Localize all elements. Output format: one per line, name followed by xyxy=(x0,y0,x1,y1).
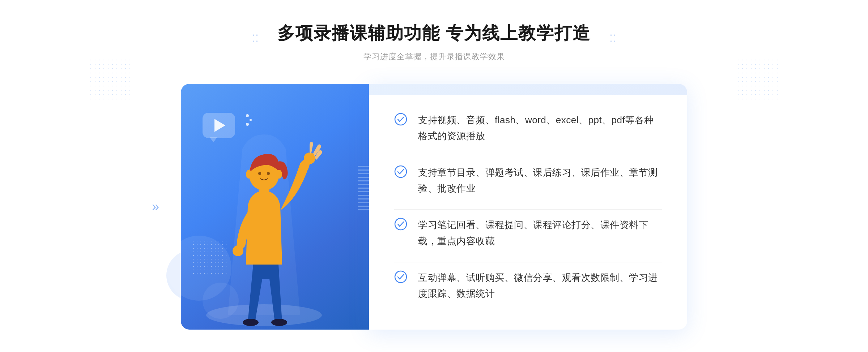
feature-text-2: 支持章节目录、弹题考试、课后练习、课后作业、章节测验、批改作业 xyxy=(418,164,662,196)
feature-text-4: 互动弹幕、试听购买、微信分享、观看次数限制、学习进度跟踪、数据统计 xyxy=(418,270,662,301)
main-title: 多项录播课辅助功能 专为线上教学打造 xyxy=(277,22,590,45)
svg-point-2 xyxy=(271,319,287,326)
svg-point-3 xyxy=(304,153,315,164)
svg-point-8 xyxy=(267,172,270,175)
check-circle-icon-4 xyxy=(394,270,407,283)
features-panel: 支持视频、音频、flash、word、excel、ppt、pdf等各种格式的资源… xyxy=(369,84,687,330)
panel-dots-decoration xyxy=(192,239,228,275)
header-section: 多项录播课辅助功能 专为线上教学打造 学习进度全掌握，提升录播课教学效果 xyxy=(277,22,590,62)
dots-decoration-left xyxy=(89,58,132,101)
check-circle-icon-3 xyxy=(394,218,407,231)
svg-point-7 xyxy=(258,172,261,175)
svg-point-11 xyxy=(395,113,407,125)
svg-point-14 xyxy=(395,271,407,283)
check-circle-icon-1 xyxy=(394,113,407,126)
svg-point-12 xyxy=(395,166,407,177)
svg-point-10 xyxy=(276,170,282,179)
person-illustration xyxy=(192,113,336,330)
feature-item-1: 支持视频、音频、flash、word、excel、ppt、pdf等各种格式的资源… xyxy=(394,105,662,151)
feature-text-1: 支持视频、音频、flash、word、excel、ppt、pdf等各种格式的资源… xyxy=(418,112,662,144)
illustration-panel xyxy=(181,84,369,330)
chevron-left-decoration: » xyxy=(152,199,159,214)
sub-title: 学习进度全掌握，提升录播课教学效果 xyxy=(277,51,590,62)
dots-decoration-right xyxy=(736,58,779,101)
feature-item-2: 支持章节目录、弹题考试、课后练习、课后作业、章节测验、批改作业 xyxy=(394,157,662,203)
svg-point-13 xyxy=(395,218,407,230)
content-area: » xyxy=(181,84,687,330)
feature-item-3: 学习笔记回看、课程提问、课程评论打分、课件资料下载，重点内容收藏 xyxy=(394,209,662,256)
feature-text-3: 学习笔记回看、课程提问、课程评论打分、课件资料下载，重点内容收藏 xyxy=(418,217,662,249)
svg-point-4 xyxy=(233,245,243,256)
feature-item-4: 互动弹幕、试听购买、微信分享、观看次数限制、学习进度跟踪、数据统计 xyxy=(394,262,662,309)
page-container: 多项录播课辅助功能 专为线上教学打造 学习进度全掌握，提升录播课教学效果 » xyxy=(0,0,868,352)
check-circle-icon-2 xyxy=(394,165,407,178)
panel-top-decoration xyxy=(369,84,687,95)
svg-point-9 xyxy=(246,170,252,179)
svg-point-1 xyxy=(243,319,259,326)
